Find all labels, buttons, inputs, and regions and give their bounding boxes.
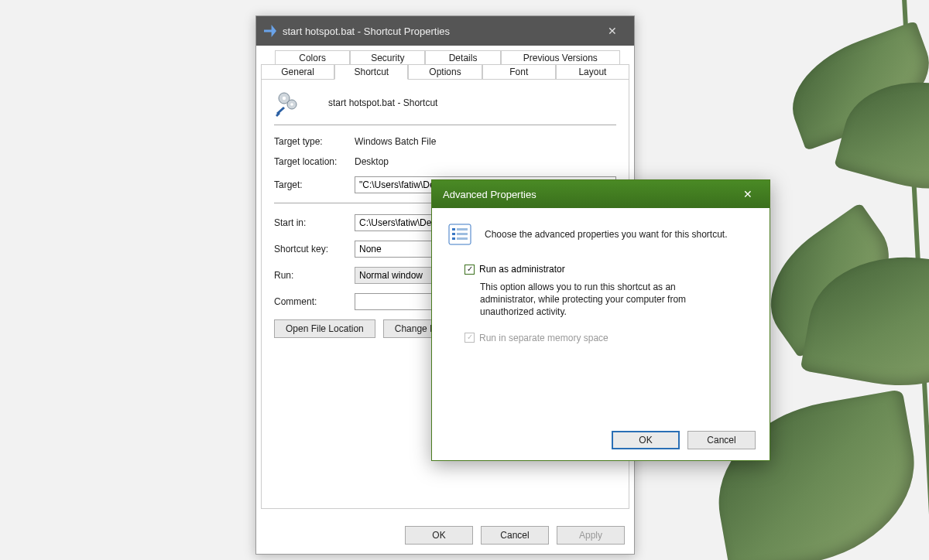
tab-options[interactable]: Options [408, 64, 482, 80]
svg-point-1 [283, 97, 286, 100]
checkbox-icon [464, 333, 475, 343]
advanced-properties-dialog: Advanced Properties ✕ Choose the advance… [431, 179, 770, 461]
shortcut-name: start hotspot.bat - Shortcut [328, 97, 437, 108]
label-target: Target: [274, 179, 355, 190]
run-select-value: Normal window [359, 270, 423, 281]
label-target-type: Target type: [274, 136, 355, 147]
adv-close-icon[interactable]: ✕ [732, 180, 763, 208]
svg-rect-6 [457, 228, 468, 230]
value-target-type: Windows Batch File [355, 136, 436, 147]
tab-font[interactable]: Font [482, 64, 556, 80]
value-target-location: Desktop [355, 156, 389, 167]
cancel-button[interactable]: Cancel [481, 526, 549, 545]
tab-details[interactable]: Details [425, 50, 500, 65]
svg-rect-7 [452, 233, 455, 235]
svg-rect-10 [457, 237, 468, 240]
svg-rect-8 [457, 233, 468, 235]
svg-rect-9 [452, 237, 455, 240]
svg-point-3 [290, 103, 293, 106]
label-target-location: Target location: [274, 156, 355, 167]
tab-security[interactable]: Security [350, 50, 425, 65]
label-start-in: Start in: [274, 217, 355, 228]
label-run: Run: [274, 270, 355, 281]
apply-button[interactable]: Apply [557, 526, 625, 545]
adv-intro-text: Choose the advanced properties you want … [485, 229, 728, 240]
adv-titlebar[interactable]: Advanced Properties ✕ [432, 180, 770, 208]
tab-layout[interactable]: Layout [556, 64, 629, 80]
window-title: start hotspot.bat - Shortcut Properties [283, 26, 595, 37]
adv-cancel-button[interactable]: Cancel [687, 431, 756, 449]
tab-colors[interactable]: Colors [275, 50, 350, 65]
run-as-admin-checkbox[interactable]: Run as administrator [464, 264, 754, 275]
properties-list-icon [447, 222, 472, 247]
run-as-admin-label: Run as administrator [479, 264, 565, 275]
separate-memory-label: Run in separate memory space [479, 333, 608, 343]
label-comment: Comment: [274, 296, 355, 307]
close-icon[interactable]: ✕ [595, 16, 629, 46]
ok-button[interactable]: OK [405, 526, 473, 545]
separate-memory-checkbox: Run in separate memory space [464, 333, 754, 343]
adv-title-text: Advanced Properties [443, 189, 732, 200]
gears-icon [274, 89, 302, 117]
run-as-admin-desc: This option allows you to run this short… [480, 281, 728, 319]
checkbox-icon [464, 265, 475, 275]
open-file-location-button[interactable]: Open File Location [274, 319, 375, 338]
tab-previous-versions[interactable]: Previous Versions [501, 50, 620, 65]
tab-shortcut[interactable]: Shortcut [334, 64, 408, 80]
tab-general[interactable]: General [261, 64, 334, 80]
titlebar[interactable]: start hotspot.bat - Shortcut Properties … [256, 16, 634, 46]
shortcut-file-icon [264, 25, 276, 37]
label-shortcut-key: Shortcut key: [274, 244, 355, 254]
svg-rect-5 [452, 228, 455, 230]
adv-ok-button[interactable]: OK [612, 431, 680, 449]
